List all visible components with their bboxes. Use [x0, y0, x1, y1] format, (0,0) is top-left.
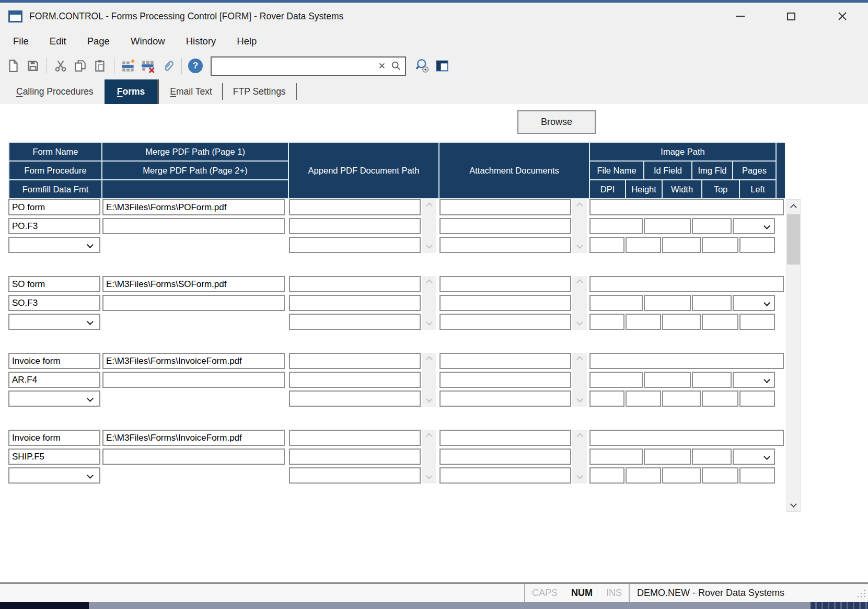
menu-window[interactable]: Window — [131, 36, 165, 47]
attachment-documents-input[interactable] — [439, 314, 571, 330]
scrollbar-thumb[interactable] — [787, 214, 800, 265]
tab-ftp-settings[interactable]: FTP Settings — [225, 81, 294, 102]
minimize-button[interactable] — [728, 7, 752, 25]
top-input[interactable] — [702, 467, 738, 484]
attachments-scroll-strip[interactable] — [572, 276, 587, 330]
layout-panel-button[interactable] — [432, 56, 452, 76]
top-input[interactable] — [702, 237, 738, 253]
lookup-button[interactable] — [412, 56, 432, 76]
merge-pdf-page2-input[interactable] — [102, 295, 285, 311]
append-pdf-path-input[interactable] — [289, 199, 421, 215]
attachment-documents-input[interactable] — [439, 372, 571, 388]
image-file-name-input[interactable] — [589, 276, 784, 292]
pages-select[interactable] — [733, 295, 775, 311]
append-scroll-strip[interactable] — [422, 353, 436, 407]
merge-pdf-page1-input[interactable] — [102, 276, 285, 292]
dpi-input[interactable] — [589, 467, 624, 484]
form-name-input[interactable] — [8, 276, 100, 292]
left-input[interactable] — [739, 390, 775, 407]
menu-file[interactable]: File — [13, 36, 29, 47]
attachment-documents-input[interactable] — [439, 237, 571, 253]
new-document-button[interactable] — [3, 56, 23, 76]
width-input[interactable] — [662, 467, 701, 484]
menu-help[interactable]: Help — [237, 36, 257, 47]
attachment-documents-input[interactable] — [439, 430, 571, 446]
width-input[interactable] — [662, 237, 701, 253]
scroll-up-icon[interactable] — [426, 433, 433, 440]
id-field-input[interactable] — [589, 295, 643, 311]
resize-grip-icon[interactable] — [857, 589, 865, 597]
id-field-input[interactable] — [589, 218, 643, 234]
formfill-format-select[interactable] — [8, 314, 100, 330]
append-scroll-strip[interactable] — [422, 199, 436, 253]
image-file-name-input[interactable] — [589, 199, 784, 215]
insert-row-button[interactable] — [118, 56, 138, 76]
formfill-format-select[interactable] — [8, 390, 100, 407]
merge-pdf-page1-input[interactable] — [102, 353, 285, 369]
append-scroll-strip[interactable] — [422, 430, 436, 484]
cut-button[interactable] — [51, 56, 71, 76]
scroll-down-icon[interactable] — [576, 242, 583, 249]
scroll-up-icon[interactable] — [426, 202, 433, 209]
form-name-input[interactable] — [8, 353, 100, 369]
append-pdf-path-input[interactable] — [289, 218, 421, 234]
pages-select[interactable] — [733, 218, 775, 234]
attachment-documents-input[interactable] — [439, 390, 571, 407]
search-magnifier-icon[interactable] — [390, 60, 402, 72]
tab-email-text[interactable]: Email Text — [162, 81, 219, 102]
merge-pdf-page2-input[interactable] — [102, 218, 285, 234]
grid-scrollbar[interactable] — [786, 199, 801, 512]
height-input[interactable] — [626, 467, 661, 484]
paste-button[interactable] — [90, 56, 110, 76]
left-input[interactable] — [739, 237, 775, 253]
image-file-name-input[interactable] — [589, 430, 784, 446]
pages-input[interactable] — [692, 372, 732, 388]
pages-input[interactable] — [692, 449, 732, 465]
height-input[interactable] — [626, 237, 661, 253]
img-fld-input[interactable] — [644, 372, 691, 388]
image-file-name-input[interactable] — [589, 353, 784, 369]
dpi-input[interactable] — [589, 390, 624, 407]
form-name-input[interactable] — [8, 430, 100, 446]
append-scroll-strip[interactable] — [422, 276, 436, 330]
append-pdf-path-input[interactable] — [289, 430, 421, 446]
dpi-input[interactable] — [589, 237, 624, 253]
merge-pdf-page1-input[interactable] — [102, 430, 285, 446]
attachment-documents-input[interactable] — [439, 276, 571, 292]
merge-pdf-page2-input[interactable] — [102, 372, 285, 388]
append-pdf-path-input[interactable] — [289, 237, 421, 253]
menu-page[interactable]: Page — [87, 36, 110, 47]
scroll-down-icon[interactable] — [426, 319, 433, 326]
scroll-up-icon[interactable] — [426, 356, 433, 363]
pages-select[interactable] — [733, 372, 775, 388]
tab-forms[interactable]: Forms — [105, 79, 159, 104]
attachment-documents-input[interactable] — [439, 218, 571, 234]
maximize-button[interactable] — [779, 7, 803, 25]
append-pdf-path-input[interactable] — [289, 295, 421, 311]
scrollbar-down-button[interactable] — [787, 497, 800, 511]
height-input[interactable] — [626, 390, 661, 407]
attachments-scroll-strip[interactable] — [572, 353, 587, 407]
delete-row-button[interactable] — [138, 56, 158, 76]
browse-button[interactable]: Browse — [517, 110, 596, 134]
attachments-scroll-strip[interactable] — [572, 199, 587, 253]
width-input[interactable] — [662, 314, 701, 330]
append-pdf-path-input[interactable] — [289, 467, 421, 484]
append-pdf-path-input[interactable] — [289, 314, 421, 330]
append-pdf-path-input[interactable] — [289, 372, 421, 388]
scroll-up-icon[interactable] — [576, 202, 583, 209]
scroll-down-icon[interactable] — [426, 396, 433, 403]
append-pdf-path-input[interactable] — [289, 276, 421, 292]
pages-input[interactable] — [692, 218, 732, 234]
append-pdf-path-input[interactable] — [289, 353, 421, 369]
formfill-format-select[interactable] — [8, 237, 100, 253]
attachments-scroll-strip[interactable] — [572, 430, 587, 484]
append-pdf-path-input[interactable] — [289, 390, 421, 407]
attachment-documents-input[interactable] — [439, 467, 571, 484]
scroll-down-icon[interactable] — [426, 473, 433, 479]
merge-pdf-page1-input[interactable] — [102, 199, 285, 215]
scrollbar-up-button[interactable] — [787, 200, 800, 214]
merge-pdf-page2-input[interactable] — [102, 449, 285, 465]
left-input[interactable] — [739, 314, 775, 330]
id-field-input[interactable] — [589, 372, 643, 388]
